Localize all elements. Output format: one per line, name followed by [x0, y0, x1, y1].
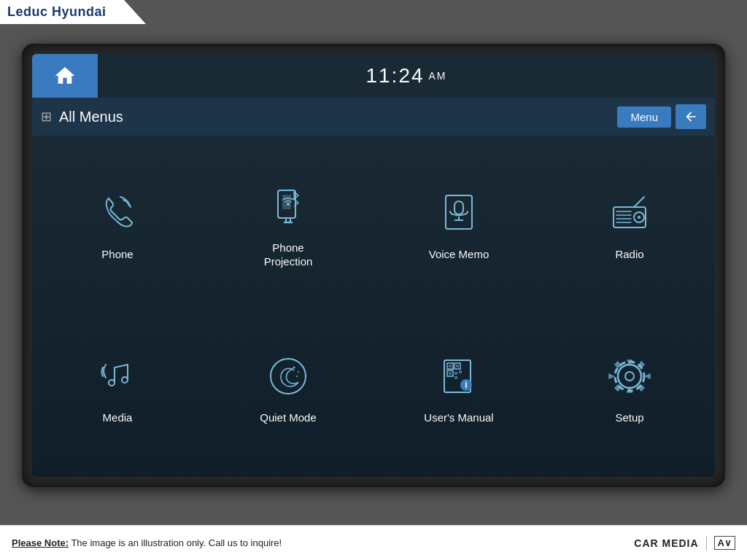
svg-rect-29	[459, 370, 462, 373]
voice-memo-label: Voice Memo	[429, 247, 489, 262]
phone-projection-label: PhoneProjection	[264, 241, 313, 269]
phone-label: Phone	[101, 247, 133, 262]
radio-icon	[608, 191, 651, 235]
radio-icon-area	[604, 187, 655, 238]
svg-point-17	[271, 359, 306, 394]
setup-label: Setup	[615, 411, 643, 425]
phone-icon-area	[92, 187, 143, 238]
svg-point-15	[109, 380, 115, 386]
radio-label: Radio	[615, 247, 643, 262]
phone-projection-icon	[266, 184, 310, 228]
grid-item-setup[interactable]: Setup	[544, 306, 715, 470]
svg-point-2	[287, 203, 290, 206]
home-icon	[53, 64, 77, 88]
grid-item-media[interactable]: Media	[32, 306, 203, 470]
svg-point-34	[625, 372, 634, 381]
car-media-label: CAR MEDIA	[634, 537, 698, 549]
grid-item-phone[interactable]: Phone	[32, 143, 203, 306]
svg-point-20	[296, 376, 298, 377]
svg-point-14	[638, 216, 640, 219]
footer-note-prefix: Please Note:	[12, 537, 69, 548]
svg-rect-25	[456, 365, 459, 368]
svg-point-33	[618, 365, 641, 388]
footer-note-text: The image is an illustration only. Call …	[69, 537, 282, 548]
menu-bar: ⊞ All Menus Menu	[32, 98, 715, 136]
grid-item-users-manual[interactable]: i User's Manual	[374, 306, 544, 470]
svg-rect-28	[454, 372, 457, 375]
device-bezel: 11:24 AM ⊞ All Menus Menu	[22, 44, 725, 487]
back-icon	[684, 109, 698, 124]
users-manual-label: User's Manual	[424, 411, 493, 425]
svg-point-16	[122, 377, 128, 383]
grid-item-quiet-mode[interactable]: Quiet Mode	[203, 306, 374, 470]
svg-rect-1	[282, 195, 291, 209]
top-bar: 11:24 AM	[32, 54, 715, 98]
time-display: 11:24 AM	[98, 64, 715, 88]
grid-item-radio[interactable]: Radio	[544, 143, 715, 306]
grid-icon: ⊞	[41, 109, 52, 125]
phone-projection-icon-area	[263, 181, 314, 232]
svg-point-19	[298, 371, 299, 373]
setup-icon-area	[604, 351, 655, 402]
users-manual-icon: i	[437, 354, 481, 398]
footer-note: Please Note: The image is an illustratio…	[12, 537, 282, 548]
all-menus-label: All Menus	[59, 109, 617, 125]
footer-bar: Please Note: The image is an illustratio…	[0, 525, 747, 560]
time-value: 11:24	[365, 64, 424, 88]
time-ampm: AM	[429, 70, 447, 82]
menu-button[interactable]: Menu	[617, 106, 671, 128]
media-label: Media	[103, 411, 133, 425]
back-button[interactable]	[676, 104, 706, 129]
svg-line-8	[634, 197, 644, 207]
voice-memo-icon	[437, 191, 481, 235]
svg-point-18	[293, 367, 295, 369]
media-icon	[96, 354, 139, 398]
svg-rect-30	[454, 376, 457, 379]
svg-rect-23	[449, 365, 452, 368]
brand-logo: Leduc Hyundai	[0, 0, 146, 24]
quiet-mode-label: Quiet Mode	[260, 411, 317, 425]
voice-memo-icon-area	[433, 187, 484, 238]
car-screen: 11:24 AM ⊞ All Menus Menu	[32, 54, 715, 477]
grid-item-phone-projection[interactable]: PhoneProjection	[203, 143, 374, 306]
svg-rect-4	[454, 201, 463, 214]
svg-text:i: i	[465, 380, 467, 390]
svg-rect-7	[614, 207, 646, 228]
quiet-mode-icon-area	[263, 351, 314, 402]
setup-icon	[608, 354, 651, 398]
users-manual-icon-area: i	[433, 351, 484, 402]
home-button[interactable]	[32, 54, 98, 98]
brand-name: Leduc Hyundai	[7, 4, 107, 19]
av-logo: A∨	[714, 536, 735, 550]
grid-item-voice-memo[interactable]: Voice Memo	[374, 143, 544, 306]
footer-divider	[706, 536, 707, 551]
footer-right: CAR MEDIA A∨	[634, 536, 735, 551]
menu-grid: Phone	[32, 136, 715, 477]
svg-rect-27	[449, 372, 452, 375]
quiet-mode-icon	[266, 354, 310, 398]
phone-icon	[96, 191, 139, 235]
media-icon-area	[92, 351, 143, 402]
